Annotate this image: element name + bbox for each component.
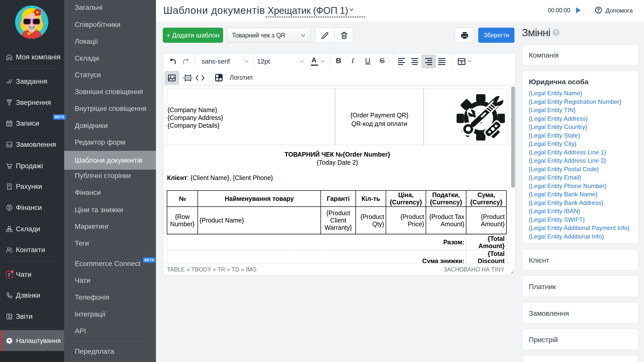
- svg-text:7: 7: [8, 273, 10, 278]
